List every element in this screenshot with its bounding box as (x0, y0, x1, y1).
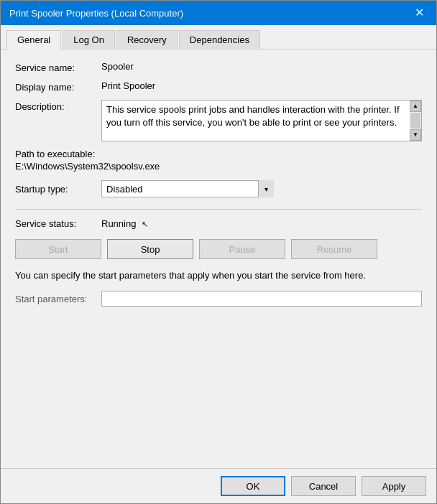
stop-button[interactable]: Stop (107, 239, 193, 259)
display-name-row: Display name: Print Spooler (15, 80, 422, 93)
window: Print Spooler Properties (Local Computer… (0, 0, 437, 504)
description-scrollbar: ▲ ▼ (410, 101, 421, 141)
display-name-label: Display name: (15, 80, 101, 93)
service-status-row: Service status: Running ↖ (15, 218, 422, 229)
tabs-bar: General Log On Recovery Dependencies (1, 25, 436, 50)
scroll-thumb[interactable] (410, 113, 420, 129)
start-button[interactable]: Start (15, 239, 101, 259)
tab-content-general: Service name: Spooler Display name: Prin… (1, 50, 436, 468)
start-parameters-row: Start parameters: (15, 291, 422, 307)
display-name-value: Print Spooler (101, 80, 422, 91)
startup-type-select-wrapper: Automatic Automatic (Delayed Start) Manu… (101, 180, 274, 197)
start-parameters-input[interactable] (101, 291, 422, 307)
service-name-row: Service name: Spooler (15, 61, 422, 73)
info-text: You can specify the start parameters tha… (15, 269, 422, 282)
scroll-down-arrow[interactable]: ▼ (410, 129, 421, 141)
divider (15, 209, 422, 210)
ok-button[interactable]: OK (221, 476, 285, 496)
tab-recovery[interactable]: Recovery (116, 30, 178, 50)
window-title: Print Spooler Properties (Local Computer… (9, 8, 183, 19)
footer: OK Cancel Apply (1, 468, 436, 503)
tab-dependencies[interactable]: Dependencies (179, 30, 260, 50)
description-row: Description: This service spools print j… (15, 100, 422, 141)
service-name-label: Service name: (15, 61, 101, 73)
cursor-icon: ↖ (142, 220, 148, 229)
description-box[interactable]: This service spools print jobs and handl… (101, 100, 422, 141)
description-label: Description: (15, 100, 101, 112)
tab-general[interactable]: General (6, 30, 61, 50)
tab-logon[interactable]: Log On (63, 30, 115, 50)
title-bar: Print Spooler Properties (Local Computer… (1, 1, 436, 25)
startup-type-label: Startup type: (15, 184, 101, 195)
startup-type-row: Startup type: Automatic Automatic (Delay… (15, 180, 422, 197)
scroll-up-arrow[interactable]: ▲ (410, 101, 421, 112)
service-status-label: Service status: (15, 218, 101, 229)
pause-button[interactable]: Pause (199, 239, 285, 259)
description-text: This service spools print jobs and handl… (106, 104, 400, 128)
service-status-value: Running ↖ (101, 218, 148, 229)
path-section: Path to executable: E:\Windows\System32\… (15, 149, 422, 172)
startup-type-select[interactable]: Automatic Automatic (Delayed Start) Manu… (101, 180, 274, 197)
start-parameters-label: Start parameters: (15, 294, 101, 304)
service-control-buttons: Start Stop Pause Resume (15, 239, 422, 259)
service-name-value: Spooler (101, 61, 422, 72)
apply-button[interactable]: Apply (362, 476, 426, 496)
path-label: Path to executable: (15, 149, 422, 159)
path-value: E:\Windows\System32\spoolsv.exe (15, 161, 422, 172)
close-button[interactable]: ✕ (410, 4, 428, 22)
resume-button[interactable]: Resume (291, 239, 377, 259)
cancel-button[interactable]: Cancel (291, 476, 356, 496)
